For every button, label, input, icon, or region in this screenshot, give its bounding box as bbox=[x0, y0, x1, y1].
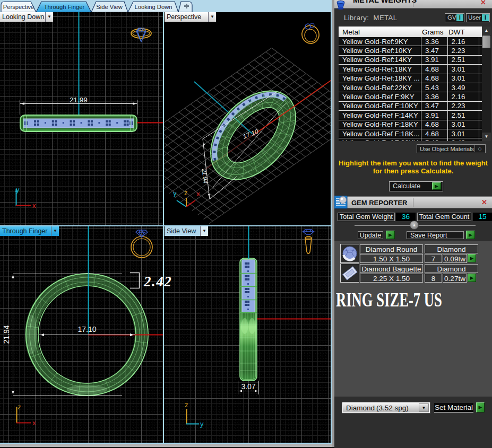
svg-text:z: z bbox=[18, 403, 21, 411]
svg-text:Side View: Side View bbox=[96, 4, 123, 10]
svg-text:Looking Down: Looking Down bbox=[135, 4, 172, 10]
svg-text:Through Finger: Through Finger bbox=[44, 4, 85, 10]
svg-text:21.99: 21.99 bbox=[70, 96, 88, 104]
svg-text:y: y bbox=[200, 420, 204, 428]
svg-text:z: z bbox=[184, 189, 188, 197]
svg-text:y: y bbox=[173, 189, 177, 197]
svg-text:x: x bbox=[196, 190, 200, 198]
svg-text:17.10: 17.10 bbox=[77, 325, 96, 333]
svg-text:3.07: 3.07 bbox=[241, 382, 255, 391]
svg-text:17.10: 17.10 bbox=[242, 128, 260, 140]
svg-text:21.94: 21.94 bbox=[201, 168, 209, 183]
svg-text:z: z bbox=[185, 401, 188, 409]
svg-text:21.94: 21.94 bbox=[2, 325, 11, 344]
svg-text:x: x bbox=[32, 201, 36, 209]
svg-text:x: x bbox=[32, 419, 36, 427]
svg-text:Perspective: Perspective bbox=[3, 4, 34, 10]
